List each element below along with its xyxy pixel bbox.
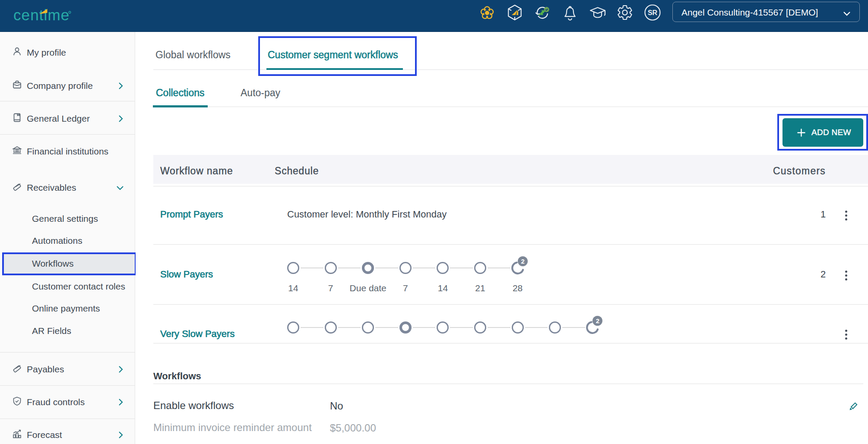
svg-text:centime: centime	[13, 6, 70, 23]
svg-text:SR: SR	[648, 9, 658, 16]
